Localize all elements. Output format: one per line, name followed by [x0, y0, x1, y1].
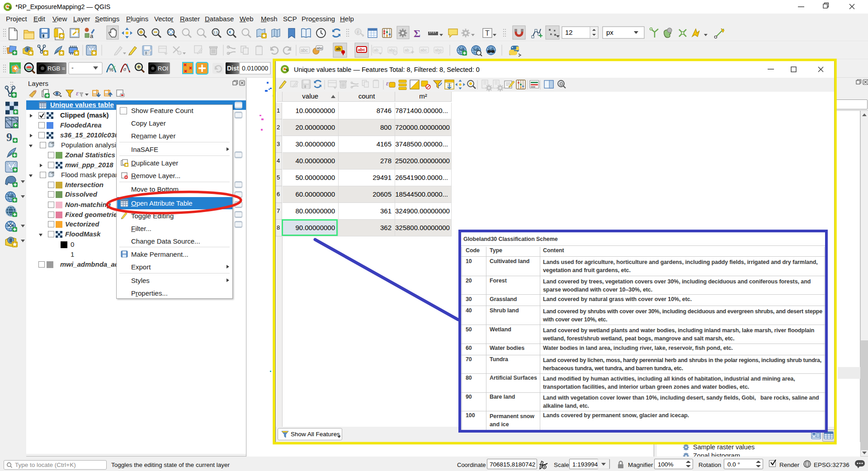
svg-text:1:1: 1:1	[213, 30, 218, 34]
svg-text:12: 12	[565, 28, 573, 36]
svg-text:abc: abc	[358, 47, 365, 52]
svg-text:ROI: ROI	[158, 65, 168, 72]
svg-text:abc: abc	[317, 46, 323, 50]
svg-text:ab: ab	[405, 48, 409, 52]
svg-text:%: %	[109, 67, 113, 72]
svg-text:Σ: Σ	[414, 28, 420, 39]
svg-text:a: a	[90, 33, 94, 39]
svg-text:ε: ε	[76, 89, 79, 97]
svg-text:0.010000: 0.010000	[242, 65, 269, 72]
svg-text:T: T	[485, 29, 490, 37]
svg-text:σ: σ	[123, 66, 127, 72]
svg-text:px: px	[606, 28, 613, 36]
svg-text:abc: abc	[301, 48, 308, 53]
svg-text:ε: ε	[386, 80, 389, 87]
svg-text:9: 9	[6, 131, 12, 144]
svg-text:i: i	[357, 29, 359, 34]
svg-text:ab: ab	[374, 48, 378, 52]
svg-text:ab: ab	[336, 47, 341, 51]
svg-text:Dist: Dist	[227, 65, 239, 72]
svg-text:RGB =: RGB =	[47, 65, 65, 72]
svg-text:-: -	[71, 64, 74, 71]
svg-text:abc: abc	[420, 48, 427, 52]
